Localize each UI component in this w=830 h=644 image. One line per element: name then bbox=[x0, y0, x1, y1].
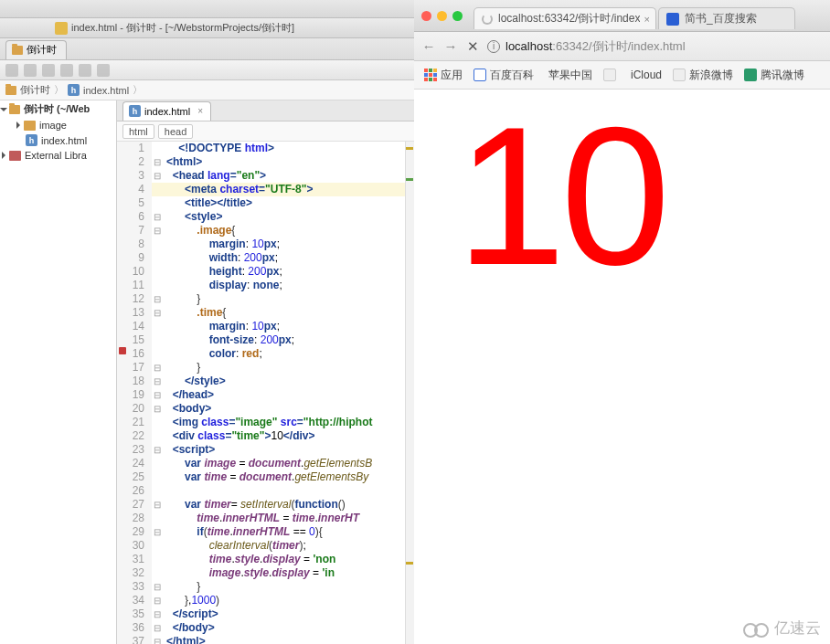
browser-tab-localhost[interactable]: localhost:63342/倒计时/index × bbox=[474, 7, 656, 29]
code-line[interactable]: 6⊟ <style> bbox=[117, 210, 414, 224]
project-root[interactable]: 倒计时 (~/Web bbox=[0, 100, 116, 118]
code-line[interactable]: 30 clearInterval(timer); bbox=[117, 539, 414, 553]
code-line[interactable]: 27⊟ var timer= setInterval(function() bbox=[117, 498, 414, 512]
fold-toggle[interactable]: ⊟ bbox=[152, 210, 163, 224]
code-line[interactable]: 7⊟ .image{ bbox=[117, 224, 414, 238]
code-line[interactable]: 32 image.style.display = 'in bbox=[117, 566, 414, 580]
external-libraries[interactable]: External Libra bbox=[0, 148, 116, 163]
site-info-icon[interactable]: i bbox=[487, 40, 500, 53]
toolbar-button[interactable] bbox=[79, 64, 91, 77]
code-line[interactable]: 25 var time = document.getElementsBy bbox=[117, 470, 414, 484]
fold-toggle[interactable]: ⊟ bbox=[152, 594, 163, 607]
fold-toggle[interactable]: ⊟ bbox=[152, 375, 163, 388]
crumb-html[interactable]: html bbox=[122, 124, 154, 139]
breadcrumb[interactable]: 倒计时 〉 h index.html 〉 bbox=[0, 80, 414, 100]
fold-toggle[interactable]: ⊟ bbox=[152, 635, 163, 644]
editor-tab-index[interactable]: h index.html × bbox=[122, 101, 211, 121]
fold-toggle[interactable]: ⊟ bbox=[152, 525, 163, 539]
editor-breadcrumb[interactable]: html head bbox=[117, 121, 414, 142]
project-tree[interactable]: 倒计时 (~/Web image h index.html External L… bbox=[0, 100, 117, 644]
stop-button[interactable]: ✕ bbox=[465, 39, 480, 54]
toolbar-button[interactable] bbox=[60, 64, 73, 77]
code-editor[interactable]: 1 <!DOCTYPE html>2⊟<html>3⊟ <head lang="… bbox=[117, 142, 414, 644]
code-line[interactable]: 37⊟</html> bbox=[117, 635, 414, 644]
close-tab-icon[interactable]: × bbox=[644, 14, 650, 25]
warning-mark[interactable] bbox=[406, 147, 413, 150]
forward-button[interactable]: → bbox=[443, 39, 458, 54]
watermark-text: 亿速云 bbox=[774, 618, 821, 639]
disclosure-triangle-icon[interactable] bbox=[2, 152, 5, 159]
code-line[interactable]: 9 width: 200px; bbox=[117, 251, 414, 265]
toolbar-button[interactable] bbox=[24, 64, 37, 77]
bookmark-weibo[interactable]: 新浪微博 bbox=[668, 66, 738, 85]
close-icon[interactable]: × bbox=[197, 106, 203, 116]
ok-mark[interactable] bbox=[406, 178, 413, 181]
code-line[interactable]: 33⊟ } bbox=[117, 580, 414, 594]
fold-toggle[interactable]: ⊟ bbox=[152, 361, 163, 375]
code-line[interactable]: 2⊟<html> bbox=[117, 155, 414, 169]
code-line[interactable]: 26 bbox=[117, 484, 414, 498]
code-line[interactable]: 18⊟ </style> bbox=[117, 375, 414, 388]
minimize-window-button[interactable] bbox=[437, 11, 447, 21]
project-tab[interactable]: 倒计时 bbox=[5, 40, 67, 59]
fold-toggle[interactable]: ⊟ bbox=[152, 224, 163, 238]
fold-toggle[interactable]: ⊟ bbox=[152, 498, 163, 512]
disclosure-triangle-icon[interactable] bbox=[16, 121, 20, 129]
code-line[interactable]: 35⊟ </script> bbox=[117, 607, 414, 621]
fold-toggle[interactable]: ⊟ bbox=[152, 155, 163, 169]
close-window-button[interactable] bbox=[421, 11, 431, 21]
breadcrumb-file[interactable]: index.html bbox=[83, 85, 129, 96]
code-line[interactable]: 5 <title></title> bbox=[117, 196, 414, 210]
error-stripe[interactable] bbox=[405, 142, 414, 644]
toolbar-button[interactable] bbox=[42, 64, 55, 77]
code-line[interactable]: 19⊟ </head> bbox=[117, 388, 414, 402]
toolbar-button[interactable] bbox=[97, 64, 110, 77]
code-line[interactable]: 28 time.innerHTML = time.innerHT bbox=[117, 512, 414, 525]
code-line[interactable]: 23⊟ <script> bbox=[117, 443, 414, 457]
code-line[interactable]: 8 margin: 10px; bbox=[117, 238, 414, 251]
code-line[interactable]: 17⊟ } bbox=[117, 361, 414, 375]
code-line[interactable]: 14 margin: 10px; bbox=[117, 320, 414, 333]
breakpoint-icon[interactable] bbox=[119, 347, 126, 354]
code-line[interactable]: 36⊟ </body> bbox=[117, 621, 414, 635]
fold-toggle[interactable]: ⊟ bbox=[152, 292, 163, 306]
code-line[interactable]: 21 <img class="image" src="http://hiphot bbox=[117, 416, 414, 429]
code-line[interactable]: 29⊟ if(time.innerHTML == 0){ bbox=[117, 525, 414, 539]
code-line[interactable]: 4 <meta charset="UTF-8"> bbox=[117, 183, 414, 196]
fold-toggle[interactable]: ⊟ bbox=[152, 388, 163, 402]
fold-toggle[interactable]: ⊟ bbox=[152, 306, 163, 320]
bookmark-icloud[interactable]: iCloud bbox=[622, 67, 666, 83]
maximize-window-button[interactable] bbox=[452, 11, 463, 21]
code-line[interactable]: 22 <div class="time">10</div> bbox=[117, 429, 414, 443]
browser-tab-jianshu[interactable]: 简书_百度搜索 bbox=[658, 7, 795, 29]
bookmark-tencent-weibo[interactable]: 腾讯微博 bbox=[740, 66, 809, 85]
crumb-head[interactable]: head bbox=[158, 124, 193, 139]
fold-toggle[interactable]: ⊟ bbox=[152, 169, 163, 183]
fold-toggle[interactable]: ⊟ bbox=[152, 402, 163, 416]
code-line[interactable]: 31 time.style.display = 'non bbox=[117, 553, 414, 566]
fold-toggle[interactable]: ⊟ bbox=[152, 607, 163, 621]
code-line[interactable]: 15 font-size: 200px; bbox=[117, 333, 414, 347]
fold-toggle[interactable]: ⊟ bbox=[152, 443, 163, 457]
fold-toggle[interactable]: ⊟ bbox=[152, 621, 163, 635]
toolbar-button[interactable] bbox=[5, 64, 18, 77]
disclosure-triangle-icon[interactable] bbox=[0, 108, 7, 111]
code-line[interactable]: 13⊟ .time{ bbox=[117, 306, 414, 320]
code-line[interactable]: 3⊟ <head lang="en"> bbox=[117, 169, 414, 183]
code-line[interactable]: 1 <!DOCTYPE html> bbox=[117, 142, 414, 155]
code-line[interactable]: 10 height: 200px; bbox=[117, 265, 414, 279]
tree-folder-image[interactable]: image bbox=[0, 118, 116, 132]
fold-toggle[interactable]: ⊟ bbox=[152, 580, 163, 594]
breadcrumb-root[interactable]: 倒计时 bbox=[20, 83, 50, 97]
tree-file-index[interactable]: h index.html bbox=[0, 132, 116, 148]
code-line[interactable]: 11 display: none; bbox=[117, 279, 414, 292]
code-line[interactable]: 20⊟ <body> bbox=[117, 402, 414, 416]
bookmark-blank[interactable] bbox=[599, 67, 621, 83]
code-line[interactable]: 24 var image = document.getElementsB bbox=[117, 457, 414, 470]
address-bar[interactable]: i localhost:63342/倒计时/index.html bbox=[487, 38, 823, 55]
back-button[interactable]: ← bbox=[421, 39, 436, 54]
warning-mark[interactable] bbox=[406, 562, 413, 565]
code-line[interactable]: 12⊟ } bbox=[117, 292, 414, 306]
code-line[interactable]: 34⊟ },1000) bbox=[117, 594, 414, 607]
code-line[interactable]: 16 color: red; bbox=[117, 347, 414, 361]
